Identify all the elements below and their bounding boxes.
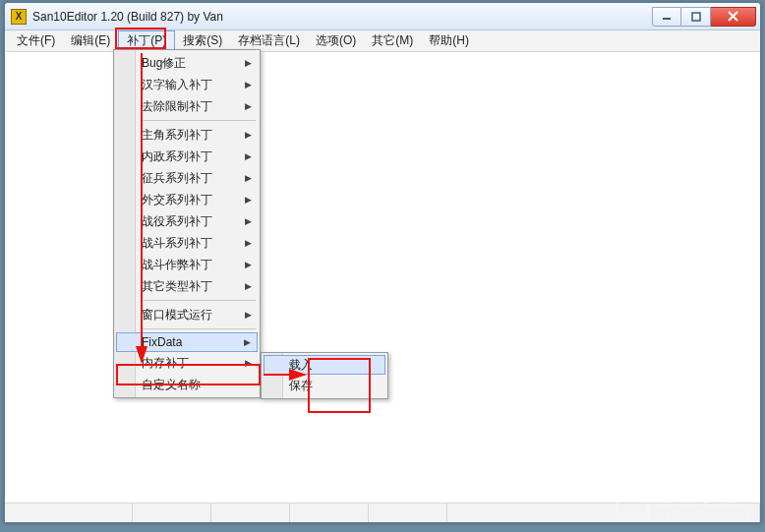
dd-othertype[interactable]: 其它类型补丁▶ xyxy=(116,275,258,297)
svg-rect-1 xyxy=(692,13,700,21)
watermark-logo-icon xyxy=(616,491,649,518)
chevron-right-icon: ▶ xyxy=(245,80,252,89)
watermark: 系统之家 XITONGZHIJIA.NET xyxy=(616,486,751,522)
chevron-right-icon: ▶ xyxy=(245,173,252,183)
chevron-right-icon: ▶ xyxy=(245,101,252,111)
dd-save[interactable]: 保存 xyxy=(264,375,385,396)
menu-edit[interactable]: 编辑(E) xyxy=(63,30,118,51)
dd-battlecheat[interactable]: 战斗作弊补丁▶ xyxy=(116,254,258,275)
dd-customname[interactable]: 自定义名称 xyxy=(116,374,258,395)
chevron-right-icon: ▶ xyxy=(245,58,252,68)
separator xyxy=(142,120,256,121)
menu-options[interactable]: 选项(O) xyxy=(308,30,364,51)
dd-battle[interactable]: 战斗系列补丁▶ xyxy=(116,232,258,254)
window-buttons xyxy=(652,7,756,27)
separator xyxy=(142,328,256,329)
dd-windowed[interactable]: 窗口模式运行▶ xyxy=(116,304,258,325)
separator xyxy=(142,300,256,301)
chevron-right-icon: ▶ xyxy=(245,195,252,205)
menu-file[interactable]: 文件(F) xyxy=(9,30,63,51)
minimize-button[interactable] xyxy=(652,7,681,27)
app-icon: X xyxy=(11,9,27,25)
dd-memory[interactable]: 内存补丁▶ xyxy=(116,352,258,374)
chevron-right-icon: ▶ xyxy=(245,281,252,291)
chevron-right-icon: ▶ xyxy=(245,358,252,368)
dd-main-series[interactable]: 主角系列补丁▶ xyxy=(116,124,258,146)
chevron-right-icon: ▶ xyxy=(245,216,252,226)
chevron-right-icon: ▶ xyxy=(244,337,251,347)
window-title: San10Editor 1.20 (Build 827) by Van xyxy=(32,10,223,24)
menu-patch[interactable]: 补丁(P) xyxy=(118,30,175,51)
dd-load[interactable]: 载入 xyxy=(264,355,385,375)
dd-diplomacy[interactable]: 外交系列补丁▶ xyxy=(116,189,258,210)
dd-removelimit[interactable]: 去除限制补丁▶ xyxy=(116,95,258,117)
dd-hanzi[interactable]: 汉字输入补丁▶ xyxy=(116,74,258,95)
menu-misc[interactable]: 其它(M) xyxy=(364,30,421,51)
dd-internal[interactable]: 内政系列补丁▶ xyxy=(116,146,258,167)
chevron-right-icon: ▶ xyxy=(245,238,252,248)
menu-lang[interactable]: 存档语言(L) xyxy=(230,30,308,51)
dd-fixdata[interactable]: FixData▶ xyxy=(116,332,258,352)
dd-bugfix[interactable]: Bug修正▶ xyxy=(116,52,258,74)
chevron-right-icon: ▶ xyxy=(245,130,252,140)
close-button[interactable] xyxy=(711,7,756,27)
chevron-right-icon: ▶ xyxy=(245,151,252,161)
chevron-right-icon: ▶ xyxy=(245,310,252,320)
chevron-right-icon: ▶ xyxy=(245,260,252,269)
titlebar[interactable]: X San10Editor 1.20 (Build 827) by Van xyxy=(5,3,760,30)
dd-conscript[interactable]: 征兵系列补丁▶ xyxy=(116,167,258,189)
menu-help[interactable]: 帮助(H) xyxy=(421,30,477,51)
menu-search[interactable]: 搜索(S) xyxy=(175,30,230,51)
maximize-button[interactable] xyxy=(681,7,711,27)
dd-campaign[interactable]: 战役系列补丁▶ xyxy=(116,210,258,232)
dropdown-patch: Bug修正▶ 汉字输入补丁▶ 去除限制补丁▶ 主角系列补丁▶ 内政系列补丁▶ 征… xyxy=(113,49,261,398)
dropdown-fixdata-sub: 载入 保存 xyxy=(261,352,388,399)
